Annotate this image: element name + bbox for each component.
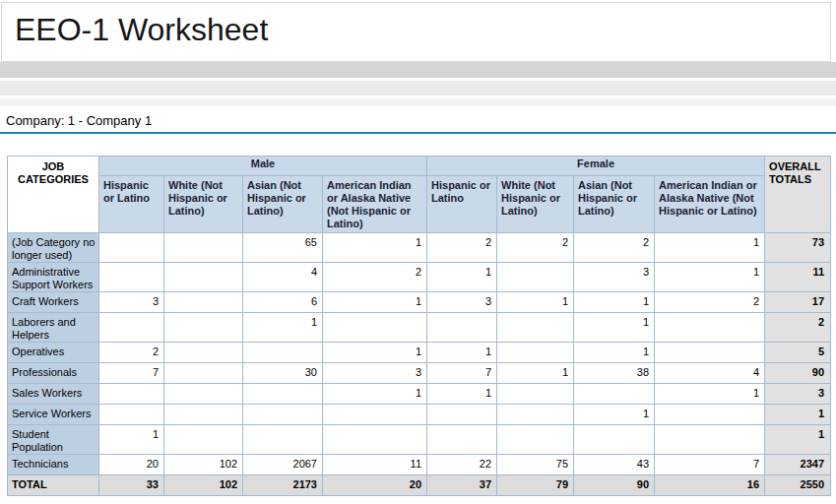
count-cell bbox=[99, 233, 164, 263]
count-cell bbox=[164, 233, 243, 263]
row-total-cell: 17 bbox=[765, 292, 831, 313]
count-cell bbox=[497, 263, 574, 292]
table-row: Administrative Support Workers4213111 bbox=[8, 263, 831, 292]
male-white-header: White (Not Hispanic or Latino) bbox=[164, 176, 243, 233]
count-cell: 43 bbox=[574, 455, 655, 475]
female-white-header: White (Not Hispanic or Latino) bbox=[497, 176, 574, 233]
count-cell: 22 bbox=[427, 455, 497, 475]
female-american-indian-header: American Indian or Alaska Native (Not Hi… bbox=[655, 176, 765, 233]
row-total-cell: 1 bbox=[765, 425, 831, 455]
count-cell bbox=[164, 405, 243, 425]
count-cell bbox=[427, 405, 497, 425]
table-row: Service Workers11 bbox=[8, 405, 831, 425]
total-male-asian: 2173 bbox=[243, 475, 323, 496]
row-total-cell: 2 bbox=[765, 313, 831, 343]
count-cell: 1 bbox=[99, 425, 164, 455]
count-cell: 1 bbox=[427, 343, 497, 363]
count-cell bbox=[655, 405, 765, 425]
count-cell: 4 bbox=[243, 263, 323, 292]
grand-total-cell: 2550 bbox=[765, 475, 831, 496]
job-category-label: Service Workers bbox=[8, 405, 99, 425]
count-cell bbox=[99, 384, 164, 405]
total-male-american-indian: 20 bbox=[323, 475, 427, 496]
count-cell bbox=[99, 405, 164, 425]
count-cell: 2 bbox=[655, 292, 765, 313]
count-cell bbox=[164, 384, 243, 405]
page-title: EEO-1 Worksheet bbox=[2, 3, 830, 47]
job-categories-header: JOB CATEGORIES bbox=[8, 157, 99, 233]
count-cell bbox=[323, 313, 427, 343]
count-cell bbox=[655, 343, 765, 363]
count-cell: 11 bbox=[323, 455, 427, 475]
subheader-row: Hispanic or Latino White (Not Hispanic o… bbox=[8, 176, 831, 233]
job-category-label: Student Population bbox=[8, 425, 99, 455]
count-cell bbox=[574, 384, 655, 405]
total-female-asian: 90 bbox=[574, 475, 655, 496]
count-cell bbox=[164, 313, 243, 343]
count-cell: 1 bbox=[574, 405, 655, 425]
count-cell: 30 bbox=[243, 363, 323, 384]
job-category-label: Professionals bbox=[8, 363, 99, 384]
count-cell: 1 bbox=[574, 343, 655, 363]
count-cell: 1 bbox=[655, 384, 765, 405]
table-row: Technicians2010220671122754372347 bbox=[8, 455, 831, 475]
female-hispanic-header: Hispanic or Latino bbox=[427, 176, 497, 233]
total-row-label: TOTAL bbox=[8, 475, 99, 496]
count-cell bbox=[497, 405, 574, 425]
count-cell: 3 bbox=[427, 292, 497, 313]
table-body: (Job Category no longer used)651222173Ad… bbox=[8, 233, 831, 475]
count-cell: 20 bbox=[99, 455, 164, 475]
count-cell: 1 bbox=[427, 263, 497, 292]
count-cell bbox=[243, 405, 323, 425]
row-total-cell: 5 bbox=[765, 343, 831, 363]
total-row: TOTAL 33 102 2173 20 37 79 90 16 2550 bbox=[8, 475, 831, 496]
total-male-white: 102 bbox=[164, 475, 243, 496]
count-cell: 2 bbox=[497, 233, 574, 263]
count-cell bbox=[323, 425, 427, 455]
count-cell: 2 bbox=[323, 263, 427, 292]
group-header-row: JOB CATEGORIES Male Female OVERALL TOTAL… bbox=[8, 157, 831, 176]
row-total-cell: 3 bbox=[765, 384, 831, 405]
count-cell bbox=[164, 263, 243, 292]
job-category-label: Operatives bbox=[8, 343, 99, 363]
table-row: Craft Workers361311217 bbox=[8, 292, 831, 313]
female-group-header: Female bbox=[427, 157, 765, 176]
overall-totals-header: OVERALL TOTALS bbox=[765, 157, 831, 233]
count-cell: 75 bbox=[497, 455, 574, 475]
table-row: Laborers and Helpers112 bbox=[8, 313, 831, 343]
count-cell: 2067 bbox=[243, 455, 323, 475]
row-total-cell: 2347 bbox=[765, 455, 831, 475]
table-row: Student Population11 bbox=[8, 425, 831, 455]
total-female-american-indian: 16 bbox=[655, 475, 765, 496]
count-cell: 1 bbox=[323, 384, 427, 405]
count-cell: 6 bbox=[243, 292, 323, 313]
count-cell: 3 bbox=[574, 263, 655, 292]
count-cell: 1 bbox=[574, 292, 655, 313]
male-group-header: Male bbox=[99, 157, 427, 176]
row-total-cell: 90 bbox=[765, 363, 831, 384]
count-cell: 1 bbox=[655, 233, 765, 263]
job-category-label: Sales Workers bbox=[8, 384, 99, 405]
count-cell bbox=[99, 313, 164, 343]
count-cell bbox=[497, 313, 574, 343]
count-cell: 4 bbox=[655, 363, 765, 384]
count-cell: 1 bbox=[574, 313, 655, 343]
count-cell bbox=[574, 425, 655, 455]
count-cell: 7 bbox=[427, 363, 497, 384]
count-cell bbox=[497, 425, 574, 455]
row-total-cell: 1 bbox=[765, 405, 831, 425]
table-row: Professionals73037138490 bbox=[8, 363, 831, 384]
job-category-label: Craft Workers bbox=[8, 292, 99, 313]
count-cell: 38 bbox=[574, 363, 655, 384]
table-row: Sales Workers1113 bbox=[8, 384, 831, 405]
female-asian-header: Asian (Not Hispanic or Latino) bbox=[574, 176, 655, 233]
male-asian-header: Asian (Not Hispanic or Latino) bbox=[243, 176, 323, 233]
male-hispanic-header: Hispanic or Latino bbox=[99, 176, 164, 233]
job-category-label: Technicians bbox=[8, 455, 99, 475]
count-cell bbox=[655, 425, 765, 455]
count-cell: 1 bbox=[323, 343, 427, 363]
row-total-cell: 73 bbox=[765, 233, 831, 263]
count-cell bbox=[427, 313, 497, 343]
count-cell bbox=[497, 343, 574, 363]
count-cell: 2 bbox=[574, 233, 655, 263]
